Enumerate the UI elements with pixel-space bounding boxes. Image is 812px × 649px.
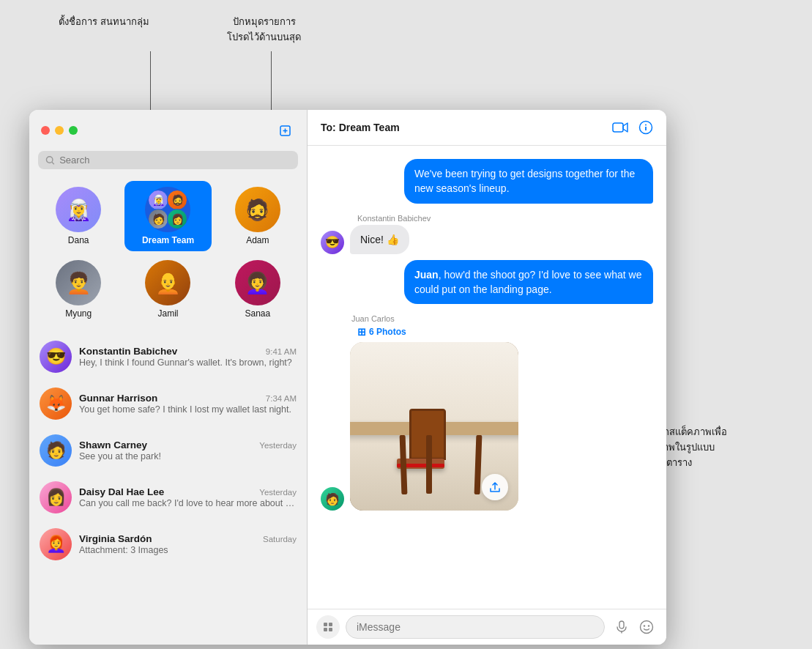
chair-scene <box>350 342 518 511</box>
conversation-konstantin[interactable]: 😎 Konstantin Babichev 9:41 AM Hey, I thi… <box>29 333 307 380</box>
chat-header-actions <box>612 120 653 135</box>
conv-name-gunnar: Gunnar Harrison <box>79 393 157 404</box>
message-bubble-3: Juan, how'd the shoot go? I'd love to se… <box>404 260 653 305</box>
to-label: To: <box>321 122 336 133</box>
conv-name-virginia: Virginia Sardón <box>79 533 152 544</box>
avatar-jamil: 🧑‍🦲 <box>145 260 190 305</box>
group-member-1: 🧝‍♀️ <box>148 190 168 210</box>
search-input[interactable] <box>59 155 291 166</box>
avatar-dream-team: 🧝‍♀️ 🧔 🧑 👩 <box>145 187 190 232</box>
pinned-adam[interactable]: 🧔 Adam <box>215 181 301 251</box>
label-dana: Dana <box>68 235 89 245</box>
message-row-2: 😎 Nice! 👍 <box>321 225 653 254</box>
chair-leg-1 <box>400 435 408 494</box>
juan-message-group: Juan Carlos ⊞ 6 Photos 🧑 <box>321 314 653 511</box>
conv-content-konstantin: Konstantin Babichev 9:41 AM Hey, I think… <box>79 346 297 368</box>
svg-point-16 <box>644 625 645 626</box>
conv-time-shawn: Yesterday <box>259 441 297 450</box>
pinned-sanaa[interactable]: 👩‍🦱 Sanaa <box>215 254 301 324</box>
message-bubble-2: Nice! 👍 <box>350 225 409 254</box>
chair-leg-2 <box>426 435 432 494</box>
photos-label: ⊞ 6 Photos <box>357 326 653 338</box>
conv-top-gunnar: Gunnar Harrison 7:34 AM <box>79 393 297 404</box>
label-sanaa: Sanaa <box>245 308 270 319</box>
sender-name-konstantin: Konstantin Babichev <box>357 214 653 223</box>
conv-avatar-konstantin: 😎 <box>40 341 72 373</box>
conv-avatar-daisy: 👩 <box>40 481 72 513</box>
conv-msg-shawn: See you at the park! <box>79 451 297 461</box>
pinned-myung[interactable]: 🧑‍🦱 Myung <box>35 254 122 324</box>
svg-rect-11 <box>324 628 327 631</box>
apps-button[interactable] <box>316 615 340 639</box>
conv-avatar-shawn: 🧑 <box>40 434 72 467</box>
svg-point-15 <box>641 621 653 634</box>
svg-rect-10 <box>329 623 332 626</box>
svg-point-17 <box>648 625 649 626</box>
messages-container: We've been trying to get designs togethe… <box>308 146 666 609</box>
pinned-dream-team[interactable]: 🧝‍♀️ 🧔 🧑 👩 Dream Team <box>124 181 211 251</box>
minimize-button[interactable] <box>55 126 64 135</box>
sender-name-juan: Juan Carlos <box>351 314 653 323</box>
group-member-2: 🧔 <box>167 190 187 210</box>
svg-rect-12 <box>329 628 332 631</box>
msg-avatar-konstantin: 😎 <box>321 231 344 254</box>
compose-button[interactable] <box>275 120 295 141</box>
conv-content-gunnar: Gunnar Harrison 7:34 AM You get home saf… <box>79 393 297 415</box>
chat-area: To: Dream Team <box>308 110 666 645</box>
conv-name-daisy: Daisy Dal Hae Lee <box>79 486 164 497</box>
message-bubble-1: We've been trying to get designs togethe… <box>404 159 653 204</box>
conv-time-virginia: Saturday <box>263 535 297 544</box>
conv-time-gunnar: 7:34 AM <box>266 394 297 403</box>
conv-content-shawn: Shawn Carney Yesterday See you at the pa… <box>79 440 297 461</box>
info-button[interactable] <box>638 120 653 135</box>
video-call-button[interactable] <box>612 122 628 133</box>
conv-top-konstantin: Konstantin Babichev 9:41 AM <box>79 346 297 357</box>
emoji-button[interactable] <box>636 616 658 638</box>
pinned-dana[interactable]: 🧝‍♀️ Dana <box>35 181 122 251</box>
conv-top-daisy: Daisy Dal Hae Lee Yesterday <box>79 486 297 497</box>
avatar-myung: 🧑‍🦱 <box>56 260 101 305</box>
annotation-grid: คลิกสแต็คภาพเพื่อดูภาพในรูปแบบเส้นตาราง <box>651 425 797 470</box>
message-row-3: Juan, how'd the shoot go? I'd love to se… <box>321 260 653 305</box>
maximize-button[interactable] <box>69 126 78 135</box>
svg-rect-5 <box>613 123 623 132</box>
conv-msg-gunnar: You get home safe? I think I lost my wal… <box>79 404 297 415</box>
traffic-lights <box>41 126 78 135</box>
conversation-shawn[interactable]: 🧑 Shawn Carney Yesterday See you at the … <box>29 427 307 474</box>
audio-button[interactable] <box>611 616 633 638</box>
chat-to: To: Dream Team <box>321 122 400 133</box>
to-name: Dream Team <box>339 122 400 133</box>
avatar-dana: 🧝‍♀️ <box>56 187 101 232</box>
avatar-adam: 🧔 <box>235 187 280 232</box>
conv-name-shawn: Shawn Carney <box>79 440 147 450</box>
search-bar[interactable] <box>38 151 298 169</box>
input-right-icons <box>611 616 658 638</box>
conversation-daisy[interactable]: 👩 Daisy Dal Hae Lee Yesterday Can you ca… <box>29 474 307 521</box>
share-photo-button[interactable] <box>482 474 508 500</box>
search-icon <box>45 155 55 166</box>
conv-msg-konstantin: Hey, I think I found Gunnar's wallet. It… <box>79 357 297 368</box>
message-input[interactable] <box>346 615 605 639</box>
group-member-3: 🧑 <box>148 209 168 229</box>
konstantin-message-group: Konstantin Babichev 😎 Nice! 👍 <box>321 214 653 254</box>
msg-avatar-juan: 🧑 <box>321 487 344 511</box>
annotation-pin: ปักหมุดรายการโปรดไว้ด้านบนสุด <box>227 15 301 45</box>
label-adam: Adam <box>246 235 269 245</box>
label-myung: Myung <box>65 308 92 319</box>
conversation-gunnar[interactable]: 🦊 Gunnar Harrison 7:34 AM You get home s… <box>29 380 307 427</box>
app-window: 🧝‍♀️ Dana 🧝‍♀️ 🧔 🧑 👩 Dream Team 🧔 <box>29 110 666 645</box>
photo-bubble[interactable] <box>350 342 518 511</box>
conv-avatar-virginia: 👩‍🦰 <box>40 528 72 560</box>
sidebar: 🧝‍♀️ Dana 🧝‍♀️ 🧔 🧑 👩 Dream Team 🧔 <box>29 110 308 645</box>
conversation-virginia[interactable]: 👩‍🦰 Virginia Sardón Saturday Attachment:… <box>29 521 307 568</box>
conv-msg-virginia: Attachment: 3 Images <box>79 545 297 555</box>
conv-content-daisy: Daisy Dal Hae Lee Yesterday Can you call… <box>79 486 297 508</box>
label-jamil: Jamil <box>157 308 178 319</box>
close-button[interactable] <box>41 126 50 135</box>
pinned-jamil[interactable]: 🧑‍🦲 Jamil <box>124 254 211 324</box>
conv-name-konstantin: Konstantin Babichev <box>79 346 177 357</box>
input-bar <box>308 609 666 645</box>
annotation-line-2 <box>271 51 272 111</box>
photo-message-container: 🧑 <box>321 342 653 511</box>
annotation-group-name: ตั้งชื่อการ สนทนากลุ่ม <box>59 15 149 30</box>
